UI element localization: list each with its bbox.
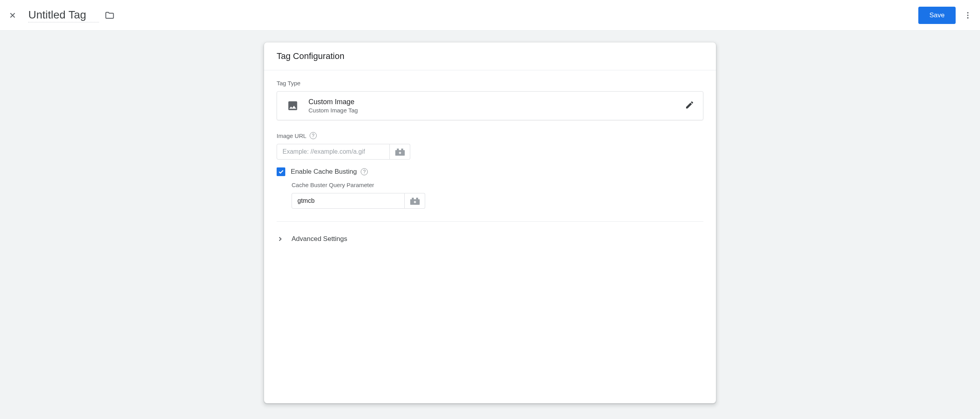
svg-rect-10 [416,198,418,200]
tag-type-subtitle: Custom Image Tag [308,107,685,114]
image-url-label: Image URL ? [277,132,703,139]
svg-rect-7 [399,153,401,153]
tag-type-title: Custom Image [308,98,685,106]
help-icon[interactable]: ? [361,168,368,175]
close-button[interactable] [8,11,17,20]
brick-plus-icon [410,197,420,205]
svg-point-0 [967,12,969,13]
folder-button[interactable] [105,10,115,20]
dialog-header: Save [0,0,980,31]
more-vert-icon [963,11,972,20]
cache-busting-label: Enable Cache Busting ? [291,168,368,176]
pencil-icon [685,100,694,110]
help-icon[interactable]: ? [310,132,317,139]
cache-busting-checkbox[interactable] [277,167,285,176]
tag-configuration-panel: Tag Configuration Tag Type Custom Image … [264,42,716,403]
panel-title: Tag Configuration [264,42,716,70]
advanced-settings-label: Advanced Settings [292,235,347,243]
image-url-input[interactable] [277,144,390,160]
workspace: Tag Configuration Tag Type Custom Image … [0,31,980,419]
svg-rect-9 [412,198,414,200]
more-menu-button[interactable] [963,11,972,20]
svg-rect-4 [397,149,399,151]
divider [277,221,703,222]
svg-rect-5 [401,149,403,151]
svg-point-1 [967,15,969,16]
tag-name-input[interactable] [28,8,99,22]
brick-plus-icon [395,148,405,156]
svg-rect-12 [414,202,416,202]
edit-tag-type-button[interactable] [685,100,694,111]
svg-point-2 [967,17,969,18]
tag-type-label: Tag Type [277,80,703,86]
variable-picker-button[interactable] [405,193,425,209]
chevron-right-icon [277,235,284,243]
folder-icon [105,10,115,20]
advanced-settings-toggle[interactable]: Advanced Settings [264,226,716,255]
variable-picker-button[interactable] [390,144,410,160]
cache-param-input[interactable] [292,193,405,209]
tag-type-selector[interactable]: Custom Image Custom Image Tag [277,91,703,120]
cache-param-label: Cache Buster Query Parameter [292,182,703,188]
close-icon [8,11,17,20]
image-icon [286,99,300,113]
save-button[interactable]: Save [918,7,956,24]
check-icon [278,169,284,175]
